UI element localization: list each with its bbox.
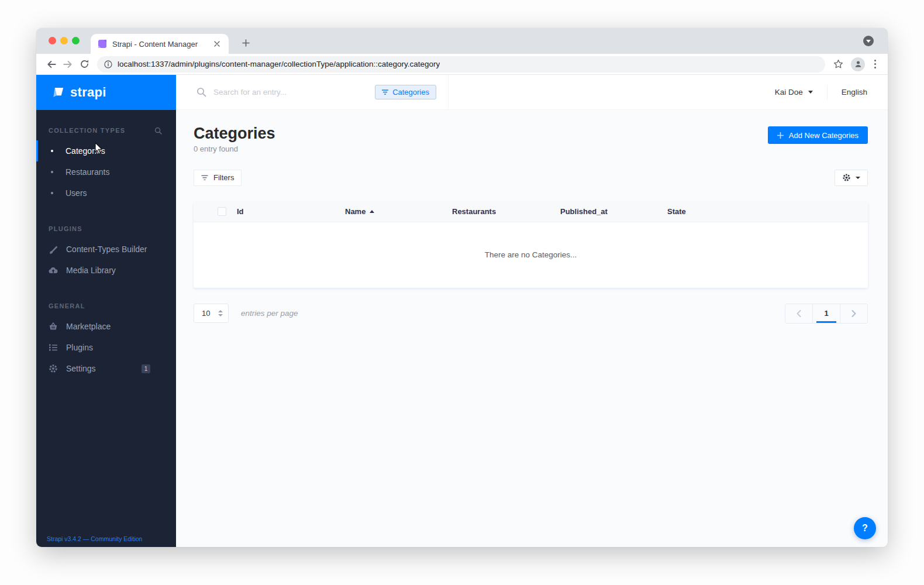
column-header-state[interactable]: State (667, 207, 868, 216)
page-number[interactable]: 1 (813, 304, 840, 323)
search-filter-chip[interactable]: Categories (375, 85, 436, 99)
column-header-id[interactable]: Id (237, 207, 345, 216)
sidebar-item-label: Restaurants (65, 167, 109, 177)
entry-count: 0 entry found (194, 144, 275, 153)
sidebar-item-media-library[interactable]: Media Library (36, 260, 176, 281)
strapi-logo-text: strapi (70, 85, 106, 100)
previous-page-button[interactable] (785, 304, 812, 323)
browser-tabstrip: Strapi - Content Manager (36, 28, 888, 54)
sidebar-item-label: Media Library (66, 266, 116, 275)
minimize-window-button[interactable] (60, 37, 68, 44)
help-button[interactable]: ? (854, 517, 876, 539)
filter-icon (201, 175, 208, 181)
sidebar: strapi COLLECTION TYPES Categories Resta… (36, 75, 176, 547)
select-all-checkbox[interactable] (218, 207, 226, 216)
per-page-label: entries per page (241, 309, 298, 318)
column-header-restaurants[interactable]: Restaurants (452, 207, 560, 216)
filters-button-label: Filters (213, 173, 234, 182)
browser-profile-chevron-icon[interactable] (863, 36, 874, 46)
section-title-collection-types: COLLECTION TYPES (49, 127, 125, 134)
sidebar-item-label: Marketplace (66, 322, 111, 331)
chevron-down-icon (856, 177, 860, 179)
back-button[interactable] (43, 56, 60, 73)
section-title-plugins: PLUGINS (49, 225, 82, 232)
section-title-general: GENERAL (49, 302, 85, 309)
pagination: 1 (785, 304, 868, 324)
column-header-published-at[interactable]: Published_at (560, 207, 667, 216)
close-window-button[interactable] (49, 37, 56, 44)
sidebar-search-icon[interactable] (154, 127, 162, 135)
table-header-row: Id Name Restaurants Published_at (194, 202, 868, 222)
filters-button[interactable]: Filters (194, 170, 242, 186)
traffic-lights (49, 37, 80, 44)
language-selector[interactable]: English (842, 88, 867, 97)
empty-state-message: There are no Categories... (485, 250, 577, 259)
sort-ascending-icon (370, 210, 374, 213)
reload-button[interactable] (76, 56, 92, 73)
sidebar-item-label: Settings (66, 364, 96, 373)
sidebar-item-restaurants[interactable]: Restaurants (36, 161, 176, 183)
chip-label: Categories (392, 88, 429, 97)
forward-button[interactable] (60, 56, 76, 73)
browser-toolbar: localhost:1337/admin/plugins/content-man… (36, 54, 888, 75)
strapi-logo[interactable]: strapi (36, 75, 176, 110)
sidebar-item-marketplace[interactable]: Marketplace (36, 316, 176, 337)
entries-table: Id Name Restaurants Published_at (194, 202, 868, 288)
divider (827, 85, 828, 100)
sidebar-item-label: Content-Types Builder (66, 245, 147, 254)
search-icon (196, 87, 206, 97)
stepper-icon[interactable] (218, 304, 223, 322)
sidebar-item-plugins[interactable]: Plugins (36, 337, 176, 358)
sidebar-item-settings[interactable]: Settings 1 (36, 358, 176, 379)
browser-profile-avatar[interactable] (851, 57, 865, 71)
version-link[interactable]: Strapi v3.4.2 — Community Edition (47, 535, 142, 542)
strapi-logo-icon (51, 86, 65, 99)
bullet-icon (51, 192, 53, 194)
entries-per-page-select[interactable]: 10 (194, 304, 229, 323)
search-input[interactable] (213, 88, 375, 97)
shopping-basket-icon (49, 322, 58, 331)
site-info-icon[interactable] (104, 60, 112, 68)
paintbrush-icon (49, 245, 58, 254)
url-text: localhost:1337/admin/plugins/content-man… (118, 60, 440, 68)
plus-icon (777, 132, 784, 139)
add-new-categories-button[interactable]: Add New Categories (768, 126, 868, 144)
cloud-upload-icon (49, 266, 58, 275)
sidebar-item-content-types-builder[interactable]: Content-Types Builder (36, 239, 176, 260)
gear-icon (49, 364, 58, 373)
browser-menu-icon[interactable] (870, 57, 881, 71)
tab-title: Strapi - Content Manager (112, 40, 212, 49)
bullet-icon (51, 150, 53, 152)
sidebar-item-label: Plugins (66, 343, 93, 352)
page-title: Categories (194, 125, 275, 143)
view-settings-button[interactable] (835, 170, 868, 186)
settings-badge: 1 (142, 364, 150, 373)
url-bar[interactable]: localhost:1337/admin/plugins/content-man… (97, 56, 825, 73)
list-icon (49, 343, 58, 352)
sidebar-item-label: Users (65, 188, 87, 198)
bookmark-star-icon[interactable] (830, 56, 846, 73)
tab-close-icon[interactable] (212, 39, 222, 49)
bullet-icon (51, 171, 53, 173)
add-button-label: Add New Categories (789, 131, 859, 140)
next-page-button[interactable] (840, 304, 867, 323)
content-topbar: Categories Kai Doe English (176, 75, 888, 110)
sidebar-item-users[interactable]: Users (36, 183, 176, 204)
new-tab-button[interactable] (237, 35, 254, 51)
strapi-favicon-icon (98, 39, 107, 49)
gear-icon (842, 173, 851, 182)
user-menu[interactable]: Kai Doe (775, 88, 813, 97)
column-header-name[interactable]: Name (345, 207, 452, 216)
browser-window: Strapi - Content Manager localhost:1337/… (36, 28, 888, 547)
chevron-down-icon (808, 91, 813, 94)
per-page-value: 10 (202, 309, 210, 318)
sidebar-item-label: Categories (65, 146, 105, 156)
sidebar-item-categories[interactable]: Categories (36, 140, 176, 161)
browser-tab[interactable]: Strapi - Content Manager (91, 34, 229, 54)
search-zone: Categories (176, 75, 449, 109)
zoom-window-button[interactable] (72, 37, 80, 44)
user-name: Kai Doe (775, 88, 803, 97)
